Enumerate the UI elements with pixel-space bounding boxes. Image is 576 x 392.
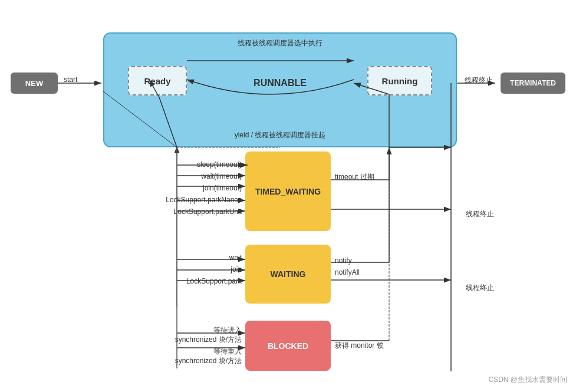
runnable-label: RUNNABLE: [254, 78, 307, 88]
synchronized-block1-label: synchronized 块/方法: [141, 335, 242, 345]
timeout-expire-label: timeout 过期: [335, 172, 374, 182]
thread-state-diagram: { "title": "Java Thread State Diagram", …: [0, 0, 576, 392]
wait-enter-sync-label: 等待进入: [147, 325, 242, 335]
waiting-state-box: WAITING: [245, 245, 331, 304]
timed-waiting-state-box: TIMED_WAITING: [245, 151, 331, 231]
lock-support-park-label: LockSupport.park: [141, 277, 242, 285]
thread-end-label1: 线程终止: [465, 75, 493, 85]
park-unit-label: LockSupport.parkUnit: [130, 207, 242, 216]
running-label: Running: [382, 76, 418, 86]
thread-end-label3: 线程终止: [466, 283, 494, 293]
new-label: NEW: [25, 79, 43, 88]
blocked-label: BLOCKED: [268, 341, 308, 351]
running-state-box: Running: [367, 66, 432, 95]
thread-scheduler-label: 线程被线程调度器选中执行: [104, 38, 456, 48]
new-state-box: NEW: [11, 73, 58, 94]
notifyall-label: notifyAll: [335, 268, 360, 276]
yield-label: yield / 线程被线程调度器挂起: [104, 130, 456, 140]
blocked-state-box: BLOCKED: [245, 321, 331, 371]
waiting-label: WAITING: [271, 269, 306, 279]
get-monitor-label: 获得 monitor 锁: [335, 341, 384, 351]
join-timeout-label: join(timeout): [136, 184, 242, 192]
start-label: start: [64, 75, 77, 84]
join-label: join: [177, 265, 242, 274]
terminated-label: TERMINATED: [510, 79, 556, 87]
watermark: CSDN @鱼找水需要时间: [488, 375, 567, 385]
wait-label: wait: [177, 253, 242, 262]
timed-waiting-label: TIMED_WAITING: [255, 187, 321, 196]
wait-timeout-label: wait(timeout): [136, 172, 242, 180]
thread-end-label2: 线程终止: [466, 209, 494, 219]
synchronized-block2-label: synchronized 块/方法: [141, 356, 242, 366]
wait-reenter-sync-label: 等待重入: [147, 347, 242, 357]
sleep-timeout-label: sleep(timeout): [136, 160, 242, 169]
terminated-state-box: TERMINATED: [501, 73, 565, 94]
notify-label: notify: [335, 256, 352, 265]
ready-state-box: Ready: [128, 66, 187, 95]
park-nanos-label: LockSupport.parkNanos: [130, 196, 242, 204]
runnable-area: 线程被线程调度器选中执行 RUNNABLE yield / 线程被线程调度器挂起…: [103, 32, 457, 147]
ready-label: Ready: [144, 76, 170, 86]
